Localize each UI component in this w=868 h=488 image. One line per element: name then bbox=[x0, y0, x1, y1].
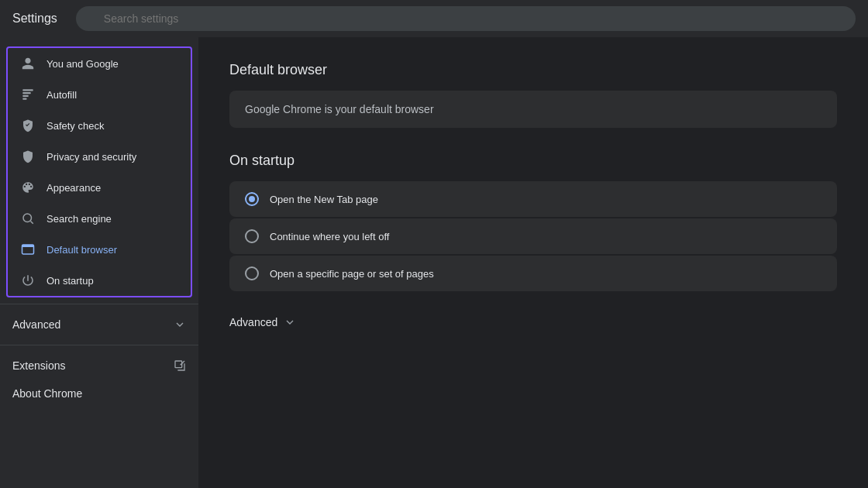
radio-circle-new-tab bbox=[245, 192, 259, 206]
sidebar-label-extensions: Extensions bbox=[12, 359, 65, 372]
svg-rect-5 bbox=[22, 98, 26, 100]
svg-rect-3 bbox=[22, 92, 31, 94]
radio-dot-new-tab bbox=[249, 196, 255, 202]
sidebar-label-default-browser: Default browser bbox=[46, 244, 117, 256]
sidebar-label-on-startup: On startup bbox=[46, 275, 94, 287]
radio-label-specific-page: Open a specific page or set of pages bbox=[270, 268, 434, 280]
radio-option-new-tab[interactable]: Open the New Tab page bbox=[229, 181, 837, 217]
palette-icon bbox=[20, 180, 36, 195]
radio-option-continue[interactable]: Continue where you left off bbox=[229, 218, 837, 254]
radio-circle-continue bbox=[245, 229, 259, 243]
sidebar-item-advanced[interactable]: Advanced bbox=[0, 311, 198, 339]
sidebar-item-about-chrome[interactable]: About Chrome bbox=[0, 380, 198, 407]
content-advanced-section[interactable]: Advanced bbox=[229, 316, 837, 328]
search-input[interactable] bbox=[76, 6, 856, 31]
default-browser-title: Default browser bbox=[229, 62, 837, 78]
sidebar-item-appearance[interactable]: Appearance bbox=[8, 172, 191, 203]
on-startup-title: On startup bbox=[229, 153, 837, 169]
sidebar-item-autofill[interactable]: Autofill bbox=[8, 79, 191, 110]
default-browser-info: Google Chrome is your default browser bbox=[229, 91, 837, 128]
sidebar-label-appearance: Appearance bbox=[46, 182, 101, 194]
radio-label-new-tab: Open the New Tab page bbox=[270, 194, 378, 205]
sidebar-label-safety-check: Safety check bbox=[46, 120, 104, 132]
autofill-icon bbox=[20, 87, 36, 102]
content-area: Default browser Google Chrome is your de… bbox=[198, 37, 868, 488]
sidebar-item-default-browser[interactable]: Default browser bbox=[8, 234, 191, 265]
svg-rect-4 bbox=[22, 95, 29, 97]
sidebar: You and Google Autofill bbox=[0, 37, 198, 488]
shield-icon bbox=[20, 149, 36, 164]
radio-option-specific-page[interactable]: Open a specific page or set of pages bbox=[229, 256, 837, 291]
person-icon bbox=[20, 56, 36, 71]
sidebar-highlighted-section: You and Google Autofill bbox=[6, 46, 192, 297]
settings-title: Settings bbox=[12, 12, 57, 26]
radio-circle-specific-page bbox=[245, 266, 259, 280]
svg-rect-2 bbox=[22, 89, 33, 91]
sidebar-divider bbox=[0, 304, 198, 304]
sidebar-label-autofill: Autofill bbox=[46, 89, 77, 101]
radio-label-continue: Continue where you left off bbox=[270, 231, 389, 242]
search-container bbox=[76, 6, 856, 31]
sidebar-item-extensions[interactable]: Extensions bbox=[0, 352, 198, 380]
sidebar-label-advanced: Advanced bbox=[12, 318, 60, 331]
browser-icon bbox=[20, 242, 36, 257]
topbar: Settings bbox=[0, 0, 868, 37]
sidebar-label-you-and-google: You and Google bbox=[46, 58, 119, 70]
chevron-down-icon bbox=[174, 318, 186, 331]
svg-point-6 bbox=[23, 214, 32, 222]
svg-line-7 bbox=[30, 221, 33, 223]
content-advanced-label: Advanced bbox=[229, 316, 277, 328]
shield-check-icon bbox=[20, 118, 36, 133]
external-link-icon bbox=[174, 359, 186, 372]
sidebar-divider-2 bbox=[0, 345, 198, 345]
sidebar-item-privacy-security[interactable]: Privacy and security bbox=[8, 141, 191, 172]
sidebar-label-privacy-security: Privacy and security bbox=[46, 151, 136, 163]
sidebar-item-safety-check[interactable]: Safety check bbox=[8, 110, 191, 141]
content-chevron-down-icon bbox=[284, 316, 296, 328]
svg-rect-9 bbox=[22, 245, 34, 247]
sidebar-item-on-startup[interactable]: On startup bbox=[8, 265, 191, 296]
power-icon bbox=[20, 273, 36, 288]
search-engine-icon bbox=[20, 211, 36, 226]
sidebar-label-search-engine: Search engine bbox=[46, 213, 112, 225]
svg-line-11 bbox=[181, 361, 184, 365]
sidebar-item-search-engine[interactable]: Search engine bbox=[8, 203, 191, 234]
sidebar-item-you-and-google[interactable]: You and Google bbox=[8, 48, 191, 79]
main-layout: You and Google Autofill bbox=[0, 37, 868, 488]
sidebar-label-about-chrome: About Chrome bbox=[12, 387, 82, 400]
